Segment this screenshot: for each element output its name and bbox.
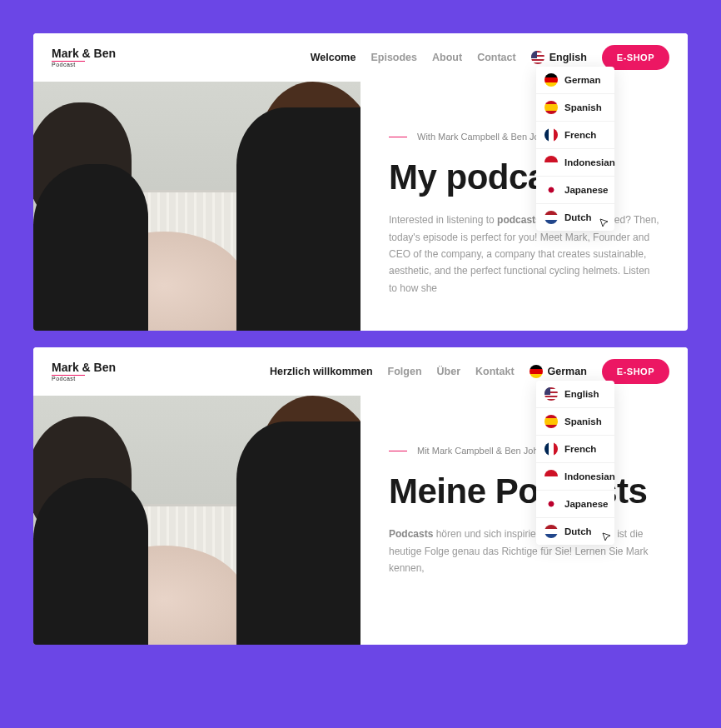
- lang-option-dutch[interactable]: Dutch: [536, 204, 614, 231]
- cursor-icon: [602, 532, 612, 542]
- logo-brand: Mark & Ben: [52, 362, 116, 373]
- lang-option-german[interactable]: German: [536, 67, 614, 94]
- nav-contact[interactable]: Kontakt: [475, 366, 515, 377]
- lang-option-spanish[interactable]: Spanish: [536, 408, 614, 436]
- logo[interactable]: Mark & Ben Podcast: [52, 47, 116, 67]
- lang-option-japanese[interactable]: Japanese: [536, 491, 614, 518]
- nav-about[interactable]: About: [432, 52, 462, 63]
- nav-welcome[interactable]: Herzlich willkommen: [270, 366, 373, 377]
- navbar: Mark & Ben Podcast Welcome Episodes Abou…: [33, 33, 688, 82]
- lang-option-japanese[interactable]: Japanese: [536, 177, 614, 204]
- cursor-icon: [599, 218, 609, 228]
- language-selector[interactable]: English: [531, 51, 587, 64]
- nav-contact[interactable]: Contact: [477, 52, 516, 63]
- language-dropdown: German Spanish French Indonesian Japanes…: [536, 67, 614, 231]
- flag-fr-icon: [544, 442, 558, 456]
- flag-us-icon: [531, 51, 544, 64]
- accent-line: [389, 451, 407, 451]
- website-frame-german: Mark & Ben Podcast Herzlich willkommen F…: [33, 347, 688, 645]
- language-dropdown: English Spanish French Indonesian Japane…: [536, 381, 614, 545]
- author-text: With Mark Campbell & Ben John: [417, 132, 549, 142]
- flag-jp-icon: [544, 183, 558, 197]
- hero-text: With Mark Campbell & Ben John My podcast…: [360, 82, 688, 331]
- flag-nl-icon: [544, 211, 558, 224]
- language-current: German: [548, 366, 587, 377]
- lang-option-indonesian[interactable]: Indonesian: [536, 463, 614, 491]
- flag-id-icon: [544, 156, 558, 169]
- website-frame-english: Mark & Ben Podcast Welcome Episodes Abou…: [33, 33, 688, 331]
- flag-de-icon: [530, 365, 543, 378]
- language-current: English: [549, 52, 587, 63]
- lang-option-indonesian[interactable]: Indonesian: [536, 149, 614, 177]
- description: Interested in listening to podcasts and …: [389, 212, 659, 297]
- nav-about[interactable]: Über: [437, 366, 460, 377]
- flag-jp-icon: [544, 497, 558, 511]
- hero-text: Mit Mark Campbell & Ben Joh Meine Podcas…: [360, 396, 688, 645]
- hero-image: [33, 396, 360, 645]
- author-text: Mit Mark Campbell & Ben Joh: [417, 446, 539, 456]
- flag-nl-icon: [544, 525, 558, 538]
- nav-episodes[interactable]: Folgen: [388, 366, 422, 377]
- author-line: With Mark Campbell & Ben John: [389, 132, 659, 142]
- logo-subtitle: Podcast: [52, 62, 116, 67]
- description: Podcasts hören und sich inspirieren lass…: [389, 526, 659, 576]
- flag-de-icon: [544, 73, 558, 87]
- nav-right: Herzlich willkommen Folgen Über Kontakt …: [270, 359, 669, 384]
- nav-right: Welcome Episodes About Contact English E…: [311, 45, 669, 70]
- nav-welcome[interactable]: Welcome: [311, 52, 356, 63]
- flag-us-icon: [544, 387, 558, 401]
- lang-option-french[interactable]: French: [536, 122, 614, 149]
- author-line: Mit Mark Campbell & Ben Joh: [389, 446, 659, 456]
- lang-option-spanish[interactable]: Spanish: [536, 94, 614, 122]
- hero-image: [33, 82, 360, 331]
- page-heading: Meine Podcasts: [389, 472, 659, 511]
- logo-subtitle: Podcast: [52, 376, 116, 381]
- lang-option-english[interactable]: English: [536, 381, 614, 408]
- flag-es-icon: [544, 415, 558, 428]
- lang-option-french[interactable]: French: [536, 436, 614, 463]
- lang-option-dutch[interactable]: Dutch: [536, 518, 614, 545]
- flag-es-icon: [544, 101, 558, 114]
- language-selector[interactable]: German: [530, 365, 587, 378]
- flag-id-icon: [544, 470, 558, 483]
- page-heading: My podcasts: [389, 158, 659, 197]
- logo[interactable]: Mark & Ben Podcast: [52, 362, 116, 381]
- nav-episodes[interactable]: Episodes: [370, 52, 417, 63]
- logo-brand: Mark & Ben: [52, 47, 116, 59]
- navbar: Mark & Ben Podcast Herzlich willkommen F…: [33, 347, 688, 396]
- accent-line: [389, 137, 407, 137]
- flag-fr-icon: [544, 128, 558, 142]
